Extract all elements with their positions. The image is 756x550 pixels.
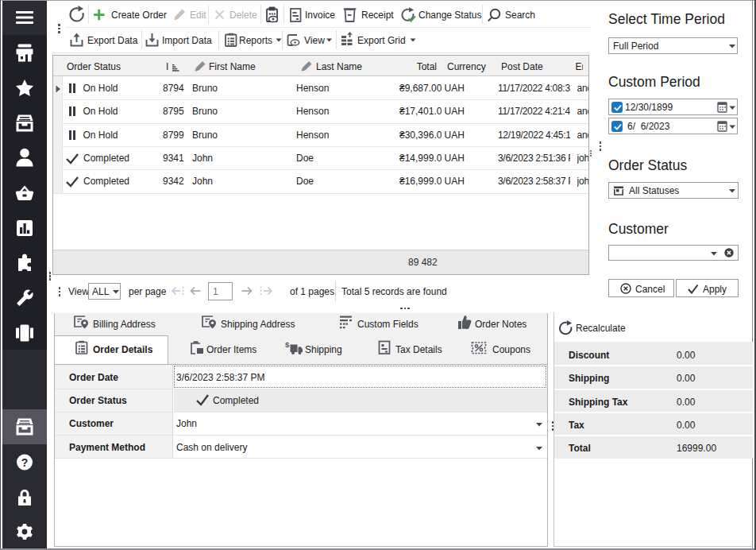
svg-text:$: $ xyxy=(285,340,290,349)
svg-text:?: ? xyxy=(21,456,29,469)
